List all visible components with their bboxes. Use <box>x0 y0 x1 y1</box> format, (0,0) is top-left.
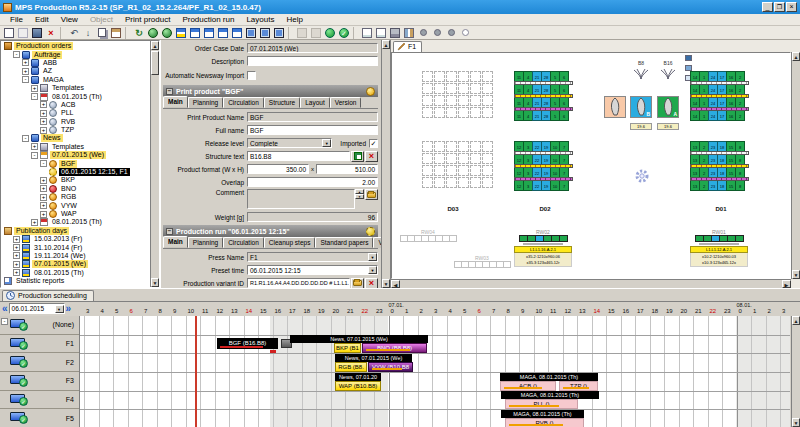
plate-grid-icon[interactable] <box>402 26 416 39</box>
print-product-tab-main[interactable]: Main <box>163 96 188 108</box>
press-tab-f1[interactable]: F1 <box>393 41 422 52</box>
tree-expander-icon[interactable]: + <box>13 261 20 268</box>
tree-item[interactable]: Production orders <box>2 42 150 50</box>
delete-icon[interactable]: × <box>44 26 58 39</box>
status-dot-3-icon[interactable] <box>444 26 458 39</box>
open-document-icon[interactable] <box>16 26 30 39</box>
gantt-bar[interactable]: BNO (B8.B8) <box>362 343 427 353</box>
gantt-bar[interactable]: MAGA, 08.01.2015 (Th) <box>501 391 599 399</box>
tree-expander-icon[interactable]: + <box>31 143 38 150</box>
prev-day-button[interactable]: « <box>2 304 8 314</box>
comment-field[interactable] <box>247 189 355 209</box>
tree-item[interactable]: +WAP <box>2 210 150 218</box>
gantt-bar[interactable]: News, 07.01.2015 (We) <box>290 335 428 343</box>
production-run-tab-main[interactable]: Main <box>163 236 188 248</box>
minimize-button[interactable] <box>762 2 773 12</box>
tree-expander-icon[interactable]: - <box>22 76 29 83</box>
tree-expander-icon[interactable]: + <box>31 85 38 92</box>
new-document-icon[interactable] <box>2 26 16 39</box>
tree-expander-icon[interactable]: + <box>13 252 20 259</box>
tree-item[interactable]: +RVB <box>2 118 150 126</box>
menu-file[interactable]: File <box>4 15 29 24</box>
description-field[interactable] <box>247 56 378 66</box>
tree-expander-icon[interactable]: + <box>40 194 47 201</box>
window-view-3-icon[interactable] <box>216 26 230 39</box>
weight-field[interactable]: 96 <box>247 212 378 222</box>
print-product-section-header[interactable]: − Print product "BGF" <box>163 85 378 97</box>
status-dot-4-icon[interactable] <box>458 26 472 39</box>
tree-item[interactable]: -07.01.2015 (We) <box>2 151 150 159</box>
gantt-bar[interactable]: TZP () <box>559 381 598 391</box>
tree-expander-icon[interactable]: + <box>40 211 47 218</box>
gantt-scrollbar[interactable] <box>791 316 800 427</box>
row-expander-icon[interactable]: - <box>1 318 8 325</box>
gantt-row-label[interactable]: ✓F1 <box>0 335 79 354</box>
menu-layouts[interactable]: Layouts <box>240 15 280 24</box>
gantt-bar[interactable]: News, 07.01.20 <box>335 373 381 381</box>
tree-expander-icon[interactable]: - <box>13 51 20 58</box>
tree-item[interactable]: +31.10.2014 (Fr) <box>2 243 150 251</box>
tree-expander-icon[interactable]: + <box>40 110 47 117</box>
network-globe-icon[interactable] <box>160 26 174 39</box>
tree-item[interactable]: +15.03.2013 (Fr) <box>2 235 150 243</box>
tree-item[interactable]: 06.01.2015 12:15, F1 <box>2 168 150 176</box>
tree-expander-icon[interactable]: + <box>40 185 47 192</box>
print-product-tab-circulation[interactable]: Circulation <box>223 97 264 108</box>
report-1-icon[interactable] <box>360 26 374 39</box>
tree-item[interactable]: -08.01.2015 (Th) <box>2 92 150 100</box>
tree-item[interactable]: +ACB <box>2 101 150 109</box>
refresh-icon[interactable]: ↻ <box>132 26 146 39</box>
monitor-2-icon[interactable] <box>258 26 272 39</box>
tree-expander-icon[interactable]: - <box>31 152 38 159</box>
collapse-icon[interactable]: − <box>166 228 173 235</box>
tool-dim-2-icon[interactable] <box>309 26 323 39</box>
publish-globe-icon[interactable] <box>146 26 160 39</box>
gantt-row-label[interactable]: ✓F4 <box>0 391 79 410</box>
full-name-field[interactable]: BGF <box>247 125 378 135</box>
tree-item[interactable]: +07.01.2015 (We) <box>2 260 150 268</box>
maximize-button[interactable] <box>774 2 785 12</box>
tree-expander-icon[interactable]: + <box>13 236 20 243</box>
gantt-bar[interactable]: MAGA, 08.01.2015 (Th) <box>500 373 598 381</box>
tree-expander-icon[interactable]: + <box>31 219 38 226</box>
form-scrollbar[interactable] <box>381 40 390 288</box>
format-height-field[interactable]: 510.00 <box>316 164 378 174</box>
tree-expander-icon[interactable]: + <box>22 68 29 75</box>
production-run-tab-cleanup-steps[interactable]: Cleanup steps <box>264 237 316 248</box>
confirm-check-icon[interactable]: ✓ <box>337 26 351 39</box>
undo-icon[interactable]: ↶ <box>67 26 81 39</box>
print-product-name-field[interactable]: BGF <box>247 112 378 122</box>
tree-item[interactable]: Statistic reports <box>2 277 150 285</box>
production-run-tab-standard-papers[interactable]: Standard papers <box>315 237 373 248</box>
menu-help[interactable]: Help <box>280 15 308 24</box>
automatic-newsway-import-checkbox[interactable] <box>247 71 256 80</box>
window-view-4-icon[interactable] <box>230 26 244 39</box>
structure-text-field[interactable]: B16.B8 <box>247 151 350 161</box>
import-icon[interactable]: ↓ <box>81 26 95 39</box>
copy-icon[interactable] <box>95 26 109 39</box>
tree-item[interactable]: +08.01.2015 (Th) <box>2 269 150 277</box>
gantt-row-label[interactable]: ✓F3 <box>0 372 79 391</box>
overlap-field[interactable]: 2.00 <box>247 177 378 187</box>
tree-item[interactable]: -Aufträge <box>2 50 150 58</box>
tree-expander-icon[interactable]: - <box>40 160 47 167</box>
print-product-tab-planning[interactable]: Planning <box>188 97 223 108</box>
tree-item[interactable]: -BGF <box>2 159 150 167</box>
tool-dim-1-icon[interactable] <box>295 26 309 39</box>
tree-item[interactable]: +TZP <box>2 126 150 134</box>
production-run-tab-planning[interactable]: Planning <box>188 237 223 248</box>
gantt-bar[interactable]: BGF (B16.B8) <box>217 338 278 349</box>
menu-edit[interactable]: Edit <box>29 15 55 24</box>
close-button[interactable] <box>786 2 797 12</box>
tree-item[interactable]: +ABB <box>2 59 150 67</box>
window-view-2-icon[interactable] <box>202 26 216 39</box>
report-2-icon[interactable] <box>374 26 388 39</box>
tree-expander-icon[interactable]: + <box>40 127 47 134</box>
production-run-tab-circulation[interactable]: Circulation <box>223 237 264 248</box>
order-case-date-field[interactable]: 07.01.2015 (We) <box>247 43 378 53</box>
gantt-bar[interactable]: MAGA, 08.01.2015 (Th) <box>501 410 584 418</box>
gantt-bar[interactable]: BKP (B1 <box>334 343 361 353</box>
structure-edit-button[interactable] <box>351 151 364 162</box>
tree-item[interactable]: +Templates <box>2 143 150 151</box>
tree-item[interactable]: +BKP <box>2 176 150 184</box>
